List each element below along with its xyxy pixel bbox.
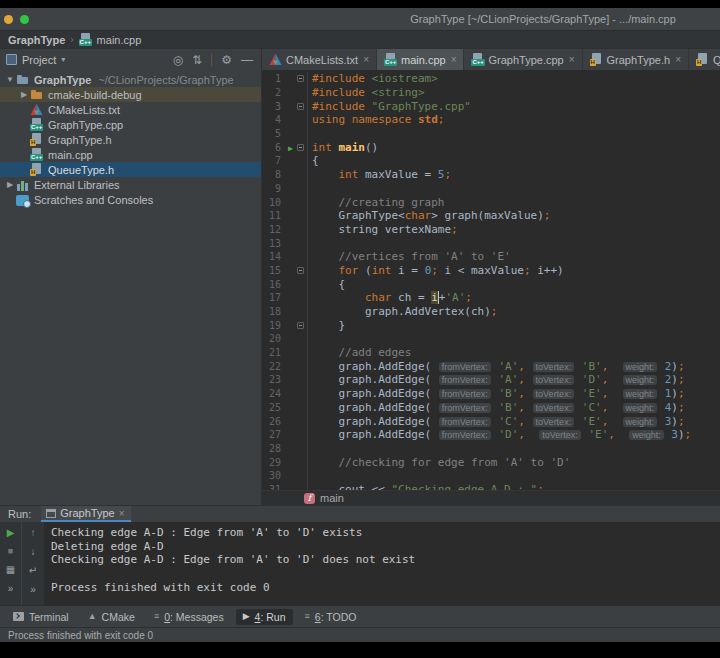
line-number: 22 (262, 361, 284, 372)
breadcrumb-project[interactable]: GraphType (8, 34, 65, 46)
run-config-tab[interactable]: GraphType × (41, 506, 130, 522)
fold-icon[interactable] (297, 267, 304, 274)
line-number: 9 (262, 183, 284, 194)
tool-window-button-Run[interactable]: ▶4: Run (236, 609, 293, 625)
tree-item-label: GraphType (34, 74, 91, 86)
breadcrumb-bar: GraphType › C++ main.cpp (0, 30, 720, 48)
collapse-all-icon[interactable]: ⇅ (192, 54, 202, 66)
tree-item-label: cmake-build-debug (48, 89, 142, 101)
editor-tab-GraphType.cpp[interactable]: C++GraphType.cpp× (464, 49, 582, 70)
chevron-down-icon[interactable]: ▾ (61, 55, 65, 64)
run-panel-body: ▶■▦» ↑↓↵» Checking edge A-D : Edge from … (0, 522, 720, 605)
line-number: 23 (262, 374, 284, 385)
header-file-icon: H (30, 133, 43, 146)
tree-item-label: External Libraries (34, 179, 120, 191)
editor-tab-GraphType.h[interactable]: HGraphType.h× (583, 49, 689, 70)
hide-panel-icon[interactable]: — (241, 54, 253, 66)
run-console[interactable]: Checking edge A-D : Edge from 'A' to 'D'… (45, 522, 720, 605)
tab-label: GraphType.cpp (488, 54, 563, 66)
tab-label: CMakeLists.txt (286, 54, 358, 66)
close-icon[interactable]: × (451, 54, 457, 65)
code-editor[interactable]: 1#include <iostream>2#include <string>3#… (262, 70, 720, 490)
stop-icon[interactable]: ■ (8, 547, 13, 556)
tree-item-QueueType.h[interactable]: HQueueType.h (0, 162, 261, 177)
restore-layout-icon[interactable]: ▦ (6, 565, 15, 575)
tree-item-CMakeLists.txt[interactable]: CMakeLists.txt (0, 102, 261, 117)
header-file-icon: H (590, 53, 603, 66)
tree-item-cmake-build-debug[interactable]: ▶cmake-build-debug (0, 87, 261, 102)
tree-item-label: CMakeLists.txt (48, 104, 120, 116)
tool-window-button-CMake[interactable]: ▲CMake (81, 609, 142, 625)
close-icon[interactable]: × (675, 54, 681, 65)
header-file-icon: H (30, 163, 43, 176)
fold-icon[interactable] (297, 144, 304, 151)
line-number: 1 (262, 73, 284, 84)
line-number: 27 (262, 429, 284, 440)
fold-icon[interactable] (297, 322, 304, 329)
cmake-icon: ▲ (88, 612, 97, 621)
traffic-light-close-icon[interactable] (4, 15, 13, 24)
code-line: 5 (262, 127, 720, 141)
breadcrumb-scope[interactable]: main (320, 492, 344, 504)
editor-breadcrumbs: f main (262, 490, 720, 505)
tool-window-button-Messages[interactable]: ≡0: Messages (147, 609, 231, 625)
window-titlebar: GraphType [~/CLionProjects/GraphType] - … (0, 8, 720, 30)
up-stacktrace-icon[interactable]: ↑ (31, 528, 36, 538)
fold-icon[interactable] (297, 103, 304, 110)
project-toolbar: ◎ ⇅ ⚙ — (173, 54, 253, 66)
code-line: 8 int maxValue = 5; (262, 168, 720, 182)
tree-item-Scratches and Consoles[interactable]: Scratches and Consoles (0, 192, 261, 207)
tree-item-main.cpp[interactable]: C++main.cpp (0, 147, 261, 162)
run-toolbar-col1: ▶■▦» (0, 522, 22, 605)
locate-icon[interactable]: ◎ (173, 54, 183, 66)
expand-arrow-icon[interactable]: ▶ (18, 90, 30, 99)
run-line-icon[interactable]: ▶ (288, 144, 293, 153)
editor-tab-CMakeLists.txt[interactable]: CMakeLists.txt× (262, 49, 377, 70)
cpp-file-icon: C++ (30, 148, 43, 161)
expand-arrow-icon[interactable]: ▶ (4, 180, 16, 189)
tree-item-path: ~/CLionProjects/GraphType (98, 74, 233, 86)
tree-item-label: main.cpp (48, 149, 93, 161)
more-icon[interactable]: » (30, 585, 36, 595)
close-icon[interactable]: × (119, 508, 125, 519)
line-number: 5 (262, 128, 284, 139)
code-line: 10 //creating graph (262, 195, 720, 209)
line-number: 20 (262, 333, 284, 344)
code-line: 25 graph.AddEdge( fromVertex: 'B', toVer… (262, 401, 720, 415)
expand-arrow-icon[interactable]: ▼ (4, 75, 16, 84)
tool-window-button-TODO[interactable]: ≡6: TODO (298, 609, 364, 625)
line-number: 4 (262, 114, 284, 125)
traffic-light-zoom-icon[interactable] (20, 15, 29, 24)
project-panel-header: Project ▾ ◎ ⇅ ⚙ — (0, 49, 262, 70)
code-line: 19 } (262, 318, 720, 332)
tab-label: main.cpp (401, 54, 446, 66)
project-tool-window-icon[interactable] (6, 54, 17, 65)
tool-row: Project ▾ ◎ ⇅ ⚙ — CMakeLists.txt×C++main… (0, 48, 720, 70)
code-line: 28 (262, 442, 720, 456)
editor-tab-QueueType.h[interactable]: HQueueType.h× (689, 49, 720, 70)
close-icon[interactable]: × (363, 54, 369, 65)
folder-icon (16, 73, 29, 86)
code-line: 11 GraphType<char> graph(maxValue); (262, 209, 720, 223)
status-text: Process finished with exit code 0 (8, 630, 153, 641)
editor-tab-main.cpp[interactable]: C++main.cpp× (377, 49, 464, 70)
close-icon[interactable]: × (569, 54, 575, 65)
gear-icon[interactable]: ⚙ (221, 54, 232, 66)
rerun-icon[interactable]: ▶ (7, 528, 15, 538)
tool-window-button-Terminal[interactable]: Terminal (6, 609, 76, 625)
tree-item-GraphType.h[interactable]: HGraphType.h (0, 132, 261, 147)
soft-wrap-icon[interactable]: ↵ (29, 566, 37, 576)
tree-item-GraphType.cpp[interactable]: C++GraphType.cpp (0, 117, 261, 132)
code-line: 21 //add edges (262, 346, 720, 360)
project-view-selector[interactable]: Project (22, 54, 56, 66)
fold-icon[interactable] (297, 75, 304, 82)
run-toolbar-col2: ↑↓↵» (22, 522, 44, 605)
line-number: 30 (262, 470, 284, 481)
more-icon[interactable]: » (8, 584, 14, 594)
cmake-icon (269, 53, 282, 66)
down-stacktrace-icon[interactable]: ↓ (31, 547, 36, 557)
breadcrumb-file[interactable]: main.cpp (97, 34, 142, 46)
line-number: 17 (262, 292, 284, 303)
tree-item-GraphType[interactable]: ▼GraphType~/CLionProjects/GraphType (0, 72, 261, 87)
tree-item-External Libraries[interactable]: ▶External Libraries (0, 177, 261, 192)
